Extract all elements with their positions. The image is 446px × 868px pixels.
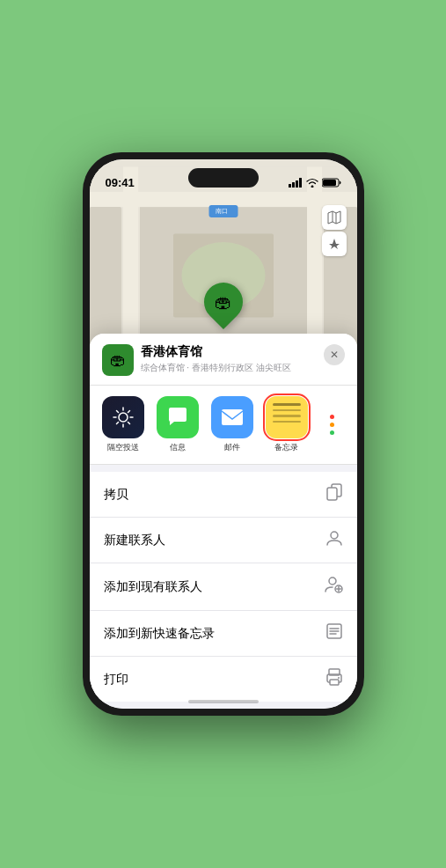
svg-point-25 [331, 532, 338, 539]
action-add-notes[interactable]: 添加到新快速备忘录 [90, 611, 357, 657]
action-copy[interactable]: 拷贝 [90, 472, 357, 518]
messages-label: 信息 [170, 442, 186, 453]
map-controls[interactable] [322, 205, 347, 256]
svg-point-26 [329, 577, 336, 585]
notes-icon [266, 396, 308, 438]
action-print-label: 打印 [104, 672, 128, 688]
svg-rect-24 [327, 488, 337, 500]
svg-rect-22 [222, 409, 243, 425]
quick-note-icon [325, 622, 343, 644]
share-notes[interactable]: 备忘录 [262, 396, 311, 453]
status-icons [289, 178, 341, 188]
svg-point-21 [119, 413, 128, 422]
location-button[interactable] [322, 232, 347, 256]
mail-icon [211, 396, 253, 438]
more-dots-icon [311, 404, 354, 446]
share-more[interactable] [317, 404, 348, 446]
phone-screen: 09:41 [90, 159, 357, 709]
bottom-sheet: 🏟 香港体育馆 综合体育馆 · 香港特别行政区 油尖旺区 ✕ [90, 334, 357, 709]
venue-info: 🏟 香港体育馆 综合体育馆 · 香港特别行政区 油尖旺区 [102, 344, 291, 376]
add-contact-icon [324, 575, 343, 599]
svg-point-37 [338, 677, 340, 679]
svg-rect-3 [299, 178, 302, 188]
share-airdrop[interactable]: 隔空投送 [99, 396, 148, 453]
copy-icon [325, 483, 343, 505]
share-row: 隔空投送 信息 [90, 386, 357, 465]
action-copy-label: 拷贝 [104, 487, 128, 503]
airdrop-icon [102, 396, 144, 438]
share-mail[interactable]: 邮件 [208, 396, 257, 453]
venue-header: 🏟 香港体育馆 综合体育馆 · 香港特别行政区 油尖旺区 ✕ [90, 334, 357, 386]
action-list: 拷贝 新建联系人 [90, 472, 357, 702]
action-print[interactable]: 打印 [90, 657, 357, 702]
svg-rect-5 [323, 180, 336, 186]
new-contact-icon [325, 529, 343, 551]
close-button[interactable]: ✕ [324, 344, 345, 365]
venue-subtitle: 综合体育馆 · 香港特别行政区 油尖旺区 [141, 362, 291, 374]
battery-icon [322, 178, 341, 188]
action-add-notes-label: 添加到新快速备忘录 [104, 626, 215, 642]
svg-rect-13 [90, 207, 121, 349]
dynamic-island [188, 168, 259, 188]
status-time: 09:41 [106, 176, 135, 189]
print-icon [325, 668, 343, 690]
action-add-existing-label: 添加到现有联系人 [104, 579, 202, 595]
home-indicator [188, 700, 259, 703]
airdrop-label: 隔空投送 [107, 442, 139, 453]
signal-icon [289, 178, 303, 188]
map-label: 南口 [208, 205, 238, 217]
action-new-contact[interactable]: 新建联系人 [90, 518, 357, 563]
mail-label: 邮件 [224, 442, 240, 453]
svg-rect-2 [296, 180, 298, 188]
share-messages[interactable]: 信息 [153, 396, 202, 453]
action-new-contact-label: 新建联系人 [104, 533, 165, 548]
phone-frame: 09:41 [83, 152, 364, 716]
action-add-existing[interactable]: 添加到现有联系人 [90, 563, 357, 611]
venue-text: 香港体育馆 综合体育馆 · 香港特别行政区 油尖旺区 [141, 344, 291, 374]
notes-label: 备忘录 [274, 442, 298, 453]
venue-name: 香港体育馆 [141, 344, 291, 360]
wifi-icon [306, 178, 318, 188]
venue-icon: 🏟 [102, 344, 134, 376]
svg-rect-0 [289, 184, 291, 188]
svg-rect-36 [330, 680, 339, 685]
map-view-button[interactable] [322, 205, 347, 230]
svg-rect-1 [292, 182, 295, 188]
messages-icon [157, 396, 199, 438]
